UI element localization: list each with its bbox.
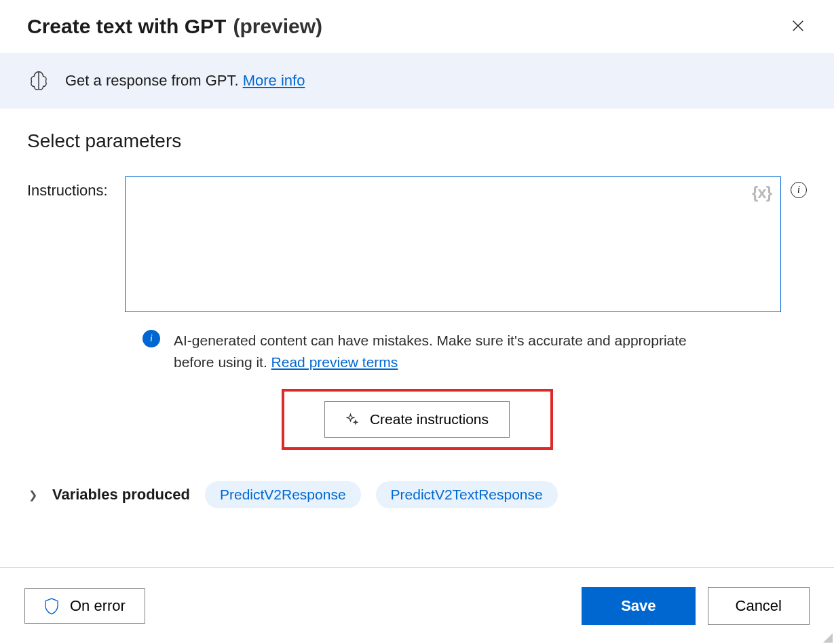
cancel-button[interactable]: Cancel: [708, 587, 810, 625]
instructions-row: Instructions: {x} i: [27, 176, 807, 315]
shield-icon: [44, 597, 59, 615]
variables-produced-row: ❯ Variables produced PredictV2Response P…: [27, 481, 807, 508]
dialog-title: Create text with GPT: [27, 15, 226, 38]
more-info-link[interactable]: More info: [243, 72, 305, 89]
variable-chip[interactable]: PredictV2Response: [205, 481, 361, 508]
info-banner: Get a response from GPT. More info: [0, 53, 834, 109]
instructions-help-button[interactable]: i: [791, 176, 807, 198]
preview-tag: (preview): [233, 15, 322, 38]
disclaimer-text-wrap: AI-generated content can have mistakes. …: [174, 330, 689, 373]
ai-icon: [27, 69, 50, 92]
resize-handle-icon[interactable]: [822, 632, 833, 643]
disclaimer-text: AI-generated content can have mistakes. …: [174, 333, 687, 370]
create-instructions-button[interactable]: Create instructions: [324, 401, 510, 438]
dialog-footer: On error Save Cancel: [0, 567, 834, 644]
create-instructions-label: Create instructions: [370, 411, 489, 428]
sparkle-icon: [345, 413, 359, 426]
chevron-right-icon[interactable]: ❯: [29, 489, 37, 501]
insert-variable-icon[interactable]: {x}: [752, 183, 772, 202]
on-error-button[interactable]: On error: [24, 588, 145, 624]
title-wrap: Create text with GPT (preview): [27, 15, 322, 38]
info-icon: i: [791, 182, 807, 198]
save-button[interactable]: Save: [582, 587, 695, 625]
info-filled-icon: i: [143, 330, 160, 347]
highlight-annotation: Create instructions: [282, 389, 553, 450]
footer-right: Save Cancel: [582, 587, 810, 625]
on-error-label: On error: [70, 597, 126, 615]
info-text-wrap: Get a response from GPT. More info: [65, 72, 305, 90]
instructions-input[interactable]: [125, 176, 781, 312]
dialog-body: Select parameters Instructions: {x} i i …: [0, 109, 834, 508]
preview-terms-link[interactable]: Read preview terms: [271, 354, 398, 370]
info-text: Get a response from GPT.: [65, 72, 243, 89]
ai-disclaimer: i AI-generated content can have mistakes…: [143, 330, 807, 373]
close-icon: [791, 18, 805, 33]
variable-chip[interactable]: PredictV2TextResponse: [376, 481, 558, 508]
variables-produced-label: Variables produced: [52, 486, 190, 504]
section-heading: Select parameters: [27, 130, 807, 152]
instructions-input-wrap: {x}: [125, 176, 781, 315]
dialog-header: Create text with GPT (preview): [0, 0, 834, 53]
instructions-label: Instructions:: [27, 176, 115, 200]
close-button[interactable]: [788, 16, 808, 38]
